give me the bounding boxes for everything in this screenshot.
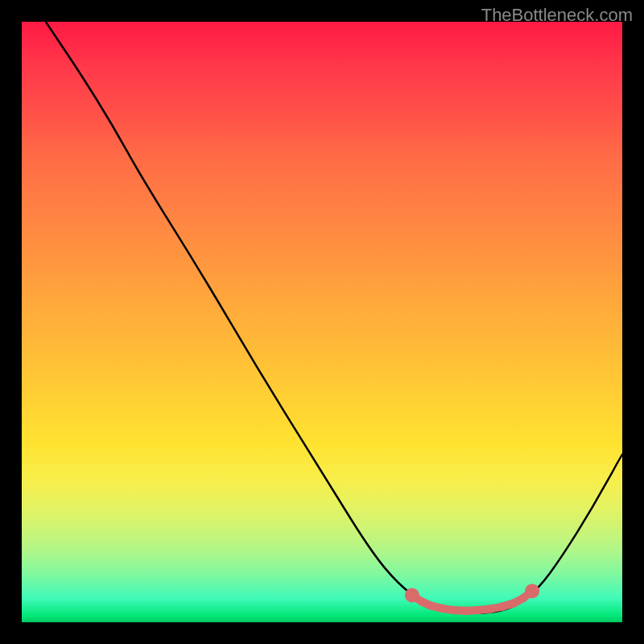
watermark-text: TheBottleneck.com [481,5,633,26]
chart-svg [22,22,622,622]
trough-markers-group [405,584,539,615]
chart-area [22,22,622,622]
trough-joint-dot [528,587,536,595]
curve-group [46,22,622,613]
bottleneck-curve [46,22,622,613]
